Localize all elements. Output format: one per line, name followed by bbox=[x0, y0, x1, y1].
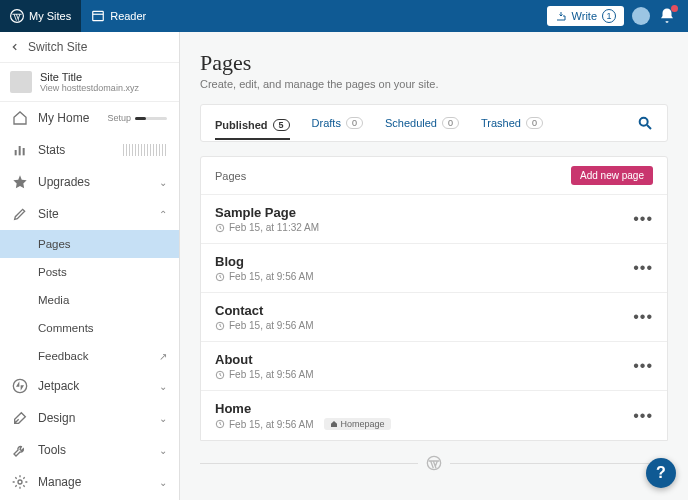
page-row-meta: Feb 15, at 9:56 AM bbox=[215, 320, 314, 331]
page-row[interactable]: ContactFeb 15, at 9:56 AM••• bbox=[201, 293, 667, 342]
sidebar-item-label: My Home bbox=[38, 111, 89, 125]
sidebar-item-site[interactable]: Site ⌃ bbox=[0, 198, 179, 230]
row-actions-button[interactable]: ••• bbox=[633, 210, 653, 228]
page-row-meta: Feb 15, at 9:56 AM bbox=[215, 369, 314, 380]
jetpack-icon bbox=[12, 378, 28, 394]
tab-drafts[interactable]: Drafts0 bbox=[312, 113, 363, 133]
setup-label: Setup bbox=[107, 113, 131, 123]
sidebar-item-label: Manage bbox=[38, 475, 81, 489]
help-button[interactable]: ? bbox=[646, 458, 676, 488]
svg-point-9 bbox=[640, 118, 648, 126]
sidebar-item-feedback[interactable]: Feedback↗ bbox=[0, 342, 179, 370]
wordpress-icon bbox=[10, 9, 24, 23]
page-row-title: Home bbox=[215, 401, 391, 416]
sidebar-item-label: Jetpack bbox=[38, 379, 79, 393]
sidebar-item-label: Comments bbox=[38, 322, 94, 334]
page-row[interactable]: BlogFeb 15, at 9:56 AM••• bbox=[201, 244, 667, 293]
page-row-title: Blog bbox=[215, 254, 314, 269]
row-actions-button[interactable]: ••• bbox=[633, 357, 653, 375]
tab-label: Scheduled bbox=[385, 117, 437, 129]
clock-icon bbox=[215, 272, 225, 282]
page-row-meta: Feb 15, at 11:32 AM bbox=[215, 222, 319, 233]
tab-count: 0 bbox=[346, 117, 363, 129]
tab-label: Trashed bbox=[481, 117, 521, 129]
main-content: Pages Create, edit, and manage the pages… bbox=[180, 32, 688, 500]
setup-progress bbox=[135, 117, 167, 120]
tab-count: 0 bbox=[526, 117, 543, 129]
row-actions-button[interactable]: ••• bbox=[633, 308, 653, 326]
topbar: My Sites Reader Write 1 bbox=[0, 0, 688, 32]
chevron-down-icon: ⌄ bbox=[159, 445, 167, 456]
sidebar-item-posts[interactable]: Posts bbox=[0, 258, 179, 286]
footer-divider bbox=[200, 455, 668, 471]
site-title: Site Title bbox=[40, 71, 139, 83]
reader-label: Reader bbox=[110, 10, 146, 22]
sidebar-item-label: Posts bbox=[38, 266, 67, 278]
sidebar-item-label: Site bbox=[38, 207, 59, 221]
svg-rect-1 bbox=[93, 11, 104, 20]
tabs: Published5 Drafts0 Scheduled0 Trashed0 bbox=[200, 104, 668, 142]
sidebar-item-upgrades[interactable]: Upgrades ⌄ bbox=[0, 166, 179, 198]
wordpress-icon bbox=[426, 455, 442, 471]
site-icon bbox=[10, 71, 32, 93]
page-row-meta: Feb 15, at 9:56 AMHomepage bbox=[215, 418, 391, 430]
write-label: Write bbox=[572, 10, 597, 22]
search-icon bbox=[637, 115, 653, 131]
tab-label: Published bbox=[215, 119, 268, 131]
sidebar-item-my-home[interactable]: My Home Setup bbox=[0, 102, 179, 134]
my-sites-button[interactable]: My Sites bbox=[0, 0, 81, 32]
pencil-icon bbox=[12, 206, 28, 222]
reader-icon bbox=[91, 9, 105, 23]
site-block[interactable]: Site Title View hosttestdomain.xyz bbox=[0, 63, 179, 102]
page-row[interactable]: Sample PageFeb 15, at 11:32 AM••• bbox=[201, 195, 667, 244]
notifications-button[interactable] bbox=[658, 7, 676, 25]
clock-icon bbox=[215, 370, 225, 380]
avatar[interactable] bbox=[632, 7, 650, 25]
tab-count: 0 bbox=[442, 117, 459, 129]
gear-icon bbox=[12, 474, 28, 490]
sidebar-item-comments[interactable]: Comments bbox=[0, 314, 179, 342]
page-row-title: Contact bbox=[215, 303, 314, 318]
search-button[interactable] bbox=[637, 115, 653, 131]
sidebar-item-stats[interactable]: Stats bbox=[0, 134, 179, 166]
sidebar-item-jetpack[interactable]: Jetpack ⌄ bbox=[0, 370, 179, 402]
sidebar-item-label: Tools bbox=[38, 443, 66, 457]
page-row-meta: Feb 15, at 9:56 AM bbox=[215, 271, 314, 282]
reader-button[interactable]: Reader bbox=[81, 0, 156, 32]
notification-dot bbox=[671, 5, 678, 12]
chevron-down-icon: ⌄ bbox=[159, 413, 167, 424]
clock-icon bbox=[215, 419, 225, 429]
tab-trashed[interactable]: Trashed0 bbox=[481, 113, 543, 133]
wrench-icon bbox=[12, 442, 28, 458]
tab-label: Drafts bbox=[312, 117, 341, 129]
svg-point-7 bbox=[18, 480, 22, 484]
sidebar-item-label: Media bbox=[38, 294, 69, 306]
chevron-down-icon: ⌄ bbox=[159, 381, 167, 392]
write-count: 1 bbox=[602, 9, 616, 23]
pages-list: Pages Add new page Sample PageFeb 15, at… bbox=[200, 156, 668, 441]
page-row[interactable]: AboutFeb 15, at 9:56 AM••• bbox=[201, 342, 667, 391]
clock-icon bbox=[215, 223, 225, 233]
sidebar-item-pages[interactable]: Pages bbox=[0, 230, 179, 258]
sidebar-item-tools[interactable]: Tools ⌄ bbox=[0, 434, 179, 466]
sidebar-item-media[interactable]: Media bbox=[0, 286, 179, 314]
clock-icon bbox=[215, 321, 225, 331]
write-icon bbox=[555, 10, 567, 22]
sidebar: Switch Site Site Title View hosttestdoma… bbox=[0, 32, 180, 500]
page-row[interactable]: HomeFeb 15, at 9:56 AMHomepage••• bbox=[201, 391, 667, 440]
svg-point-6 bbox=[13, 379, 26, 392]
svg-line-10 bbox=[647, 125, 651, 129]
chevron-down-icon: ⌄ bbox=[159, 477, 167, 488]
sidebar-item-label: Upgrades bbox=[38, 175, 90, 189]
switch-site-button[interactable]: Switch Site bbox=[0, 32, 179, 63]
page-subtitle: Create, edit, and manage the pages on yo… bbox=[200, 78, 668, 90]
sidebar-item-manage[interactable]: Manage ⌄ bbox=[0, 466, 179, 498]
tab-scheduled[interactable]: Scheduled0 bbox=[385, 113, 459, 133]
row-actions-button[interactable]: ••• bbox=[633, 407, 653, 425]
tab-published[interactable]: Published5 bbox=[215, 115, 290, 140]
add-new-page-button[interactable]: Add new page bbox=[571, 166, 653, 185]
page-row-title: About bbox=[215, 352, 314, 367]
write-button[interactable]: Write 1 bbox=[547, 6, 624, 26]
sidebar-item-design[interactable]: Design ⌄ bbox=[0, 402, 179, 434]
row-actions-button[interactable]: ••• bbox=[633, 259, 653, 277]
